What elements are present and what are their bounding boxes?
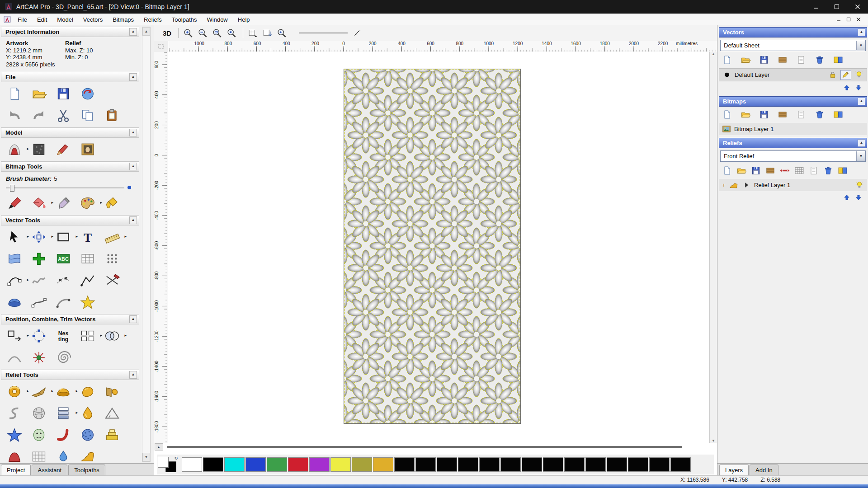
palette-color-7[interactable] <box>330 457 351 472</box>
circular-copy-icon[interactable] <box>29 326 49 345</box>
flyout-arrow-icon[interactable]: ▸ <box>124 333 127 338</box>
layer-delete-icon[interactable] <box>823 166 834 176</box>
palette-color-9[interactable] <box>373 457 393 472</box>
layer-copy-icon[interactable] <box>808 166 819 176</box>
arc-fit-icon[interactable] <box>5 348 24 367</box>
fence-icon[interactable] <box>78 249 98 268</box>
palette-color-3[interactable] <box>245 457 266 472</box>
slider-handle[interactable] <box>10 185 14 192</box>
vertical-scrollbar[interactable]: ▲ ▼ <box>709 52 717 443</box>
weave-icon[interactable] <box>29 404 49 422</box>
palette-color-15[interactable] <box>500 457 521 472</box>
pan-view-icon[interactable] <box>261 27 274 39</box>
brush-diameter-slider[interactable] <box>6 183 134 192</box>
drip-icon[interactable] <box>78 404 98 422</box>
texture-sphere-icon[interactable] <box>78 425 98 444</box>
gold-relief-icon[interactable] <box>78 447 98 463</box>
collapse-icon[interactable]: ▲ <box>129 163 137 170</box>
color-shading-icon[interactable] <box>53 140 73 159</box>
mdi-minimize-icon[interactable] <box>836 17 841 22</box>
layer-copy-icon[interactable] <box>796 110 807 120</box>
zoom-box-icon[interactable] <box>211 27 224 39</box>
expand-plus-icon[interactable]: + <box>722 182 726 188</box>
move-layer-up-button[interactable] <box>843 194 852 202</box>
zoom-out-icon[interactable] <box>196 27 210 39</box>
scroll-up-icon[interactable]: ▲ <box>142 27 150 36</box>
shape-blob-icon[interactable] <box>78 382 98 401</box>
mesh-icon[interactable] <box>29 447 49 463</box>
layer-save-icon[interactable] <box>759 110 769 120</box>
bezier-icon[interactable]: ▸ <box>5 271 24 290</box>
collapse-icon[interactable]: ▲ <box>129 315 137 323</box>
collapse-icon[interactable]: ▲ <box>129 28 137 36</box>
layer-name[interactable]: Bitmap Layer 1 <box>734 126 774 132</box>
menu-model[interactable]: Model <box>52 14 78 25</box>
collapse-icon[interactable]: ▲ <box>129 216 137 224</box>
layer-merge-icon[interactable] <box>777 110 788 120</box>
snap-grid-icon[interactable] <box>29 249 49 268</box>
palette-color-0[interactable] <box>182 457 202 472</box>
load-image-icon[interactable] <box>78 140 98 159</box>
palette-color-1[interactable] <box>203 457 223 472</box>
tab-layers[interactable]: Layers <box>719 465 749 476</box>
primary-color-swatch[interactable] <box>158 457 169 468</box>
relief-clipart-icon[interactable]: ▸ <box>5 140 24 159</box>
menu-file[interactable]: File <box>13 14 32 25</box>
layer-merge-icon[interactable] <box>765 166 776 176</box>
red-relief-icon[interactable] <box>5 447 24 463</box>
tab-project[interactable]: Project <box>1 465 31 476</box>
layer-color-icon[interactable] <box>722 70 732 80</box>
relief-layer-icon[interactable] <box>729 181 739 190</box>
scroll-up-icon[interactable]: ▲ <box>712 52 715 56</box>
scroll-down-icon[interactable]: ▼ <box>712 439 715 443</box>
collapse-icon[interactable]: ▲ <box>129 371 137 379</box>
layer-save-icon[interactable] <box>759 55 769 65</box>
section-icon[interactable] <box>29 292 49 311</box>
rectangle-icon[interactable]: ▸ <box>53 227 73 246</box>
palette-color-8[interactable] <box>352 457 372 472</box>
palette-color-11[interactable] <box>415 457 436 472</box>
torus-icon[interactable]: ▸ <box>5 382 24 401</box>
palette-color-12[interactable] <box>437 457 457 472</box>
layer-delete-icon[interactable] <box>814 110 825 120</box>
dropdown-arrow-icon[interactable]: ▼ <box>856 151 865 161</box>
offset-relief-icon[interactable] <box>102 425 122 444</box>
menu-help[interactable]: Help <box>233 14 255 25</box>
link-colors-icon[interactable]: ⟲ <box>174 456 178 460</box>
move-layer-down-button[interactable] <box>854 84 863 92</box>
tab-toolpaths[interactable]: Toolpaths <box>68 465 105 476</box>
palette-color-10[interactable] <box>394 457 415 472</box>
scrollbar-thumb[interactable] <box>167 446 682 448</box>
cut-icon[interactable] <box>53 106 73 125</box>
pick-color-icon[interactable] <box>53 193 73 212</box>
close-button[interactable] <box>847 0 868 14</box>
palette-color-21[interactable] <box>628 457 648 472</box>
envelope-icon[interactable] <box>5 249 24 268</box>
minimize-button[interactable] <box>806 0 826 14</box>
collapse-icon[interactable]: ▲ <box>858 139 865 147</box>
smudge-icon[interactable] <box>53 425 73 444</box>
collapse-icon[interactable]: ▲ <box>129 73 137 81</box>
layer-row-relief-layer-1[interactable]: + Relief Layer 1 <box>719 179 867 191</box>
smooth-icon[interactable] <box>5 404 24 422</box>
texture-relief-icon[interactable] <box>29 140 49 159</box>
palette-icon[interactable]: ▸ <box>78 193 98 212</box>
dome-icon[interactable]: ▸ <box>53 382 73 401</box>
zoom-previous-icon[interactable] <box>275 27 289 39</box>
trim-icon[interactable] <box>102 271 122 290</box>
bulb-icon[interactable] <box>854 70 864 80</box>
paint-icon[interactable] <box>5 193 24 212</box>
palette-color-17[interactable] <box>543 457 563 472</box>
dropdown-arrow-icon[interactable]: ▼ <box>856 41 865 50</box>
weld-icon[interactable]: ▸ <box>102 326 122 345</box>
layer-save-icon[interactable] <box>750 166 761 176</box>
sheet-selector[interactable]: Default Sheet ▼ <box>720 40 866 51</box>
palette-color-19[interactable] <box>585 457 606 472</box>
palette-color-6[interactable] <box>309 457 330 472</box>
scroll-left-icon[interactable]: ▸ <box>155 443 163 450</box>
align-icon[interactable]: ▸ <box>5 326 24 345</box>
tab-add-in[interactable]: Add In <box>750 465 778 476</box>
select-icon[interactable]: ▸ <box>5 227 24 246</box>
arc-icon[interactable] <box>53 292 73 311</box>
stack-icon[interactable]: ▸ <box>53 404 73 422</box>
